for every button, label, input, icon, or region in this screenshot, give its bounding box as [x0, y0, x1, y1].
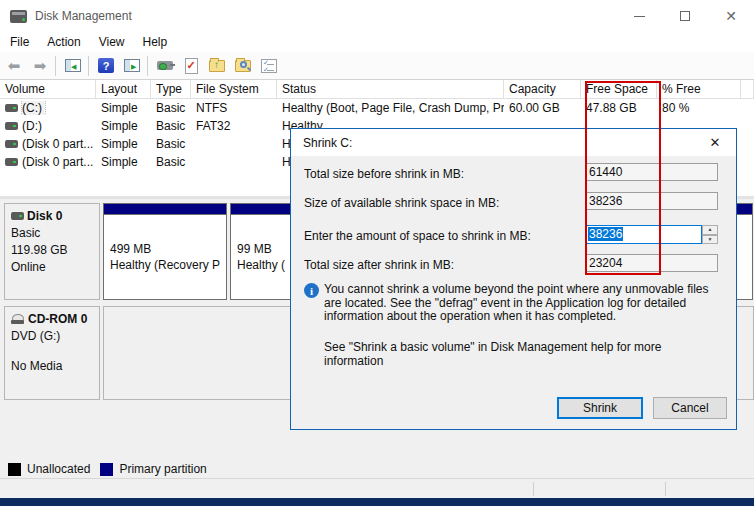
pct-free-cell: 80 % [657, 101, 741, 115]
volume-icon [5, 140, 18, 148]
partition-recovery[interactable]: 499 MB Healthy (Recovery P [103, 203, 227, 300]
column-header-capacity[interactable]: Capacity [504, 80, 581, 99]
window-controls: ✕ [616, 0, 754, 32]
checklist-icon [261, 59, 277, 73]
field-label-total-before: Total size before shrink in MB: [304, 167, 464, 181]
show-action-pane-button[interactable]: ▶ [120, 55, 144, 77]
fs-cell: NTFS [191, 101, 277, 115]
info-icon: i [304, 283, 319, 298]
layout-cell: Simple [96, 137, 151, 151]
device-icon [157, 61, 173, 70]
window-title: Disk Management [35, 9, 132, 23]
menu-view[interactable]: View [90, 35, 134, 49]
column-header-file-system[interactable]: File System [191, 80, 277, 99]
unallocated-swatch [8, 463, 21, 476]
column-header-type[interactable]: Type [151, 80, 191, 99]
type-cell: Basic [151, 119, 191, 133]
folder-up-icon: ↑ [209, 60, 225, 72]
menu-file[interactable]: File [0, 35, 38, 49]
column-header-blank [741, 80, 754, 99]
check-document-icon [185, 58, 198, 74]
statusbar-divider [533, 482, 534, 496]
disk0-panel[interactable]: Disk 0 Basic 119.98 GB Online [4, 203, 100, 300]
volume-label: (Disk 0 part... [22, 137, 93, 151]
capacity-cell: 60.00 GB [504, 101, 581, 115]
cdrom-panel[interactable]: CD-ROM 0 DVD (G:) No Media [4, 306, 100, 400]
volume-icon [5, 158, 18, 166]
type-cell: Basic [151, 101, 191, 115]
legend-primary-partition: Primary partition [100, 462, 206, 476]
menu-help[interactable]: Help [134, 35, 177, 49]
legend: Unallocated Primary partition [0, 460, 754, 478]
desktop-background [0, 498, 754, 506]
volume-icon [5, 122, 18, 130]
options-button[interactable] [257, 55, 281, 77]
disk0-type: Basic [11, 226, 99, 240]
type-cell: Basic [151, 155, 191, 169]
disk-management-window: Disk Management ✕ File Action View Help … [0, 0, 754, 506]
show-console-tree-button[interactable]: ◀ [61, 55, 85, 77]
device-properties-button[interactable] [153, 55, 177, 77]
close-button[interactable]: ✕ [708, 0, 754, 32]
column-header-layout[interactable]: Layout [96, 80, 151, 99]
disk-icon [11, 212, 24, 220]
help-icon: ? [98, 58, 114, 73]
shrink-button[interactable]: Shrink [557, 397, 643, 419]
partition-color-band [104, 204, 226, 215]
minimize-icon [634, 16, 645, 17]
find-button[interactable] [231, 55, 255, 77]
spinner-down-button[interactable]: ▼ [702, 235, 718, 245]
minimize-button[interactable] [616, 0, 662, 32]
volume-icon [5, 104, 18, 112]
info-text: You cannot shrink a volume beyond the po… [324, 283, 722, 324]
cdrom-name: CD-ROM 0 [28, 312, 87, 326]
disk0-status: Online [11, 260, 99, 274]
help-button[interactable]: ? [94, 55, 118, 77]
cancel-button[interactable]: Cancel [653, 397, 727, 419]
spinner-up-button[interactable]: ▲ [702, 225, 718, 235]
back-arrow-icon: ⬅ [8, 58, 21, 73]
statusbar-divider [665, 482, 666, 496]
shrink-dialog: Shrink C: ✕ Total size before shrink in … [290, 128, 737, 430]
disk-check-button[interactable] [179, 55, 203, 77]
toolbar-separator [55, 56, 56, 76]
help-text: See "Shrink a basic volume" in Disk Mana… [324, 341, 722, 368]
disk0-size: 119.98 GB [11, 243, 99, 257]
status-cell: Healthy (Boot, Page File, Crash Dump, Pr… [277, 101, 504, 115]
dialog-close-button[interactable]: ✕ [695, 129, 735, 156]
toolbar-separator [147, 56, 148, 76]
legend-unallocated: Unallocated [8, 462, 90, 476]
cdrom-status: No Media [11, 359, 99, 373]
status-bar [0, 478, 754, 498]
column-header-pct-free[interactable]: % Free [657, 80, 741, 99]
back-button[interactable]: ⬅ [2, 55, 26, 77]
amount-spinner: ▲ ▼ [702, 225, 718, 244]
field-label-amount: Enter the amount of space to shrink in M… [304, 229, 531, 243]
app-icon [10, 10, 27, 23]
action-pane-icon: ▶ [124, 59, 140, 72]
column-header-volume[interactable]: Volume [0, 80, 96, 99]
dialog-title-bar: Shrink C: [291, 129, 736, 156]
field-label-total-after: Total size after shrink in MB: [304, 258, 454, 272]
maximize-button[interactable] [662, 0, 708, 32]
forward-button[interactable]: ➡ [28, 55, 52, 77]
cdrom-icon [11, 314, 25, 324]
disk0-name: Disk 0 [27, 209, 62, 223]
partition-status: Healthy (Recovery P [110, 257, 226, 273]
layout-cell: Simple [96, 101, 151, 115]
primary-partition-swatch [100, 463, 113, 476]
folder-search-icon [235, 60, 251, 72]
column-header-status[interactable]: Status [277, 80, 504, 99]
partition-size: 499 MB [110, 241, 226, 257]
legend-label: Unallocated [27, 462, 90, 476]
title-bar: Disk Management ✕ [0, 0, 754, 32]
console-tree-icon: ◀ [65, 59, 81, 72]
free-space-highlight-annotation [585, 81, 661, 275]
volume-label: (D:) [22, 119, 42, 133]
export-button[interactable]: ↑ [205, 55, 229, 77]
dialog-title: Shrink C: [303, 136, 352, 150]
type-cell: Basic [151, 137, 191, 151]
fs-cell: FAT32 [191, 119, 277, 133]
maximize-icon [680, 11, 690, 21]
menu-action[interactable]: Action [38, 35, 89, 49]
